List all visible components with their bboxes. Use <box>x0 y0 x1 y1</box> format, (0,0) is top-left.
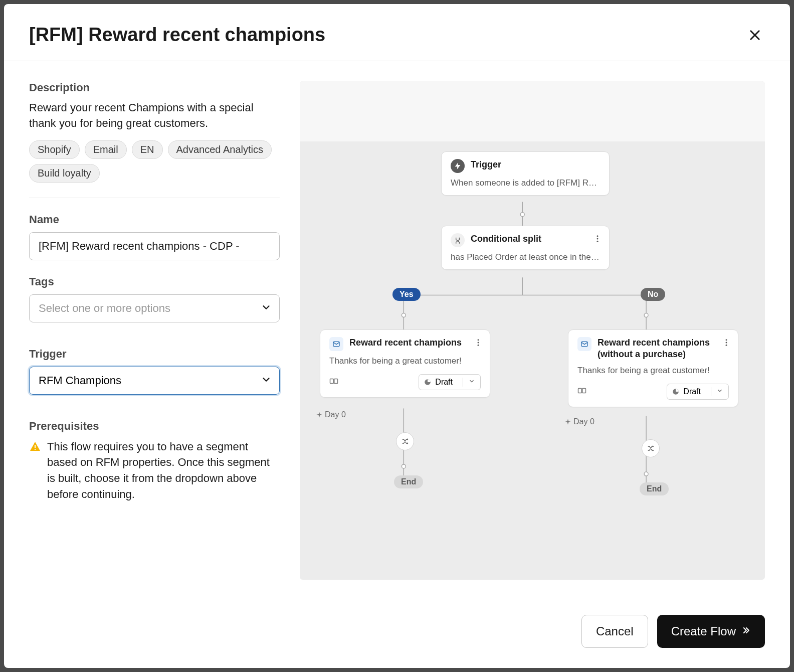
svg-rect-27 <box>578 388 582 393</box>
prerequisites-label: Prerequisites <box>29 420 280 433</box>
split-node-title: Conditional split <box>471 233 541 245</box>
svg-rect-28 <box>582 388 586 393</box>
tag-chips-row: Shopify Email EN Advanced Analytics Buil… <box>29 140 280 198</box>
name-label: Name <box>29 213 280 226</box>
svg-point-24 <box>478 342 479 344</box>
svg-point-18 <box>597 241 599 242</box>
description-text: Reward your recent Champions with a spec… <box>29 100 280 131</box>
sparkle-icon <box>316 411 323 418</box>
modal-dialog: [RFM] Reward recent champions Descriptio… <box>4 4 790 668</box>
close-button[interactable] <box>745 25 765 45</box>
tags-select-display: Select one or more options <box>29 294 280 322</box>
svg-point-11 <box>644 313 648 317</box>
branch-no-label: No <box>641 288 665 301</box>
create-flow-button[interactable]: Create Flow <box>657 615 765 648</box>
svg-point-10 <box>402 313 406 317</box>
tag-chip: Advanced Analytics <box>168 140 272 159</box>
split-icon <box>451 233 465 247</box>
tags-section: Tags Select one or more options <box>29 275 280 322</box>
branch-yes-label: Yes <box>392 288 421 301</box>
svg-rect-20 <box>330 379 334 384</box>
svg-point-31 <box>726 342 727 344</box>
end-node: End <box>394 475 423 488</box>
svg-point-32 <box>726 345 727 346</box>
add-step-button[interactable] <box>642 439 660 457</box>
svg-point-30 <box>726 339 727 341</box>
tag-chip: Email <box>85 140 127 159</box>
chevron-down-icon <box>463 378 475 387</box>
split-node-subtitle: has Placed Order at least once in the la… <box>451 252 600 262</box>
add-step-button[interactable] <box>396 432 414 450</box>
trigger-node[interactable]: Trigger When someone is added to [RFM] R… <box>441 151 610 196</box>
draft-status-icon <box>424 379 431 386</box>
trigger-node-title: Trigger <box>471 159 501 171</box>
warning-icon <box>29 441 41 455</box>
draft-status-icon <box>672 388 679 395</box>
tags-select[interactable]: Select one or more options <box>29 294 280 322</box>
email-no-subtitle: Thanks for being a great customer! <box>577 366 729 376</box>
svg-point-16 <box>597 235 599 237</box>
tag-chip: EN <box>132 140 163 159</box>
trigger-select-display: RFM Champions <box>29 367 280 395</box>
end-node: End <box>640 482 669 495</box>
description-section: Description Reward your recent Champions… <box>29 81 280 198</box>
svg-point-14 <box>402 464 406 468</box>
svg-rect-3 <box>35 449 36 450</box>
svg-point-25 <box>478 345 479 346</box>
trigger-label: Trigger <box>29 348 280 361</box>
left-panel: Description Reward your recent Champions… <box>29 81 280 580</box>
day-label-yes: Day 0 <box>316 410 346 419</box>
node-menu-button[interactable] <box>474 338 483 349</box>
close-icon <box>748 28 762 42</box>
prerequisites-text: This flow requires you to have a segment… <box>47 439 280 503</box>
svg-rect-21 <box>334 379 338 384</box>
status-dropdown[interactable]: Draft <box>667 384 729 400</box>
description-label: Description <box>29 81 280 94</box>
tag-chip: Build loyalty <box>29 164 100 183</box>
tag-chip: Shopify <box>29 140 80 159</box>
modal-body: Description Reward your recent Champions… <box>4 61 790 600</box>
modal-title: [RFM] Reward recent champions <box>29 24 325 46</box>
sparkle-icon <box>564 418 571 425</box>
cancel-button[interactable]: Cancel <box>581 615 648 648</box>
email-yes-title: Reward recent champions <box>349 337 462 349</box>
flow-preview-panel: Trigger When someone is added to [RFM] R… <box>300 81 765 580</box>
svg-point-23 <box>478 339 479 341</box>
prerequisites-section: Prerequisites This flow requires you to … <box>29 420 280 503</box>
email-yes-subtitle: Thanks for being a great customer! <box>329 356 481 366</box>
chevron-down-icon <box>711 387 723 396</box>
status-dropdown[interactable]: Draft <box>419 374 481 390</box>
ab-test-icon <box>329 377 338 388</box>
status-label: Draft <box>435 378 453 387</box>
create-flow-label: Create Flow <box>671 624 736 638</box>
trigger-select[interactable]: RFM Champions <box>29 367 280 395</box>
svg-point-15 <box>644 472 648 476</box>
svg-point-17 <box>597 238 599 240</box>
svg-point-5 <box>520 213 524 217</box>
name-input[interactable] <box>29 232 280 260</box>
shuffle-icon <box>647 444 655 452</box>
flow-canvas[interactable]: Trigger When someone is added to [RFM] R… <box>300 81 765 580</box>
chevron-right-double-icon <box>741 624 751 638</box>
email-node-no[interactable]: Reward recent champions (without a purch… <box>568 329 738 407</box>
shuffle-icon <box>401 437 409 445</box>
email-no-title: Reward recent champions (without a purch… <box>598 337 729 361</box>
trigger-section: Trigger RFM Champions <box>29 348 280 395</box>
day-label-no: Day 0 <box>564 417 594 426</box>
name-section: Name <box>29 213 280 260</box>
node-menu-button[interactable] <box>722 338 731 349</box>
status-label: Draft <box>683 387 701 396</box>
trigger-node-subtitle: When someone is added to [RFM] Rewar... <box>451 178 600 188</box>
modal-header: [RFM] Reward recent champions <box>4 4 790 61</box>
modal-footer: Cancel Create Flow <box>4 600 790 668</box>
node-menu-button[interactable] <box>593 234 602 245</box>
mail-icon <box>329 337 343 351</box>
email-node-yes[interactable]: Reward recent champions Thanks for being… <box>320 329 490 398</box>
bolt-icon <box>451 159 465 173</box>
tags-label: Tags <box>29 275 280 288</box>
svg-rect-2 <box>35 445 36 448</box>
conditional-split-node[interactable]: Conditional split has Placed Order at le… <box>441 226 610 270</box>
ab-test-icon <box>577 386 586 397</box>
mail-icon <box>577 337 591 351</box>
